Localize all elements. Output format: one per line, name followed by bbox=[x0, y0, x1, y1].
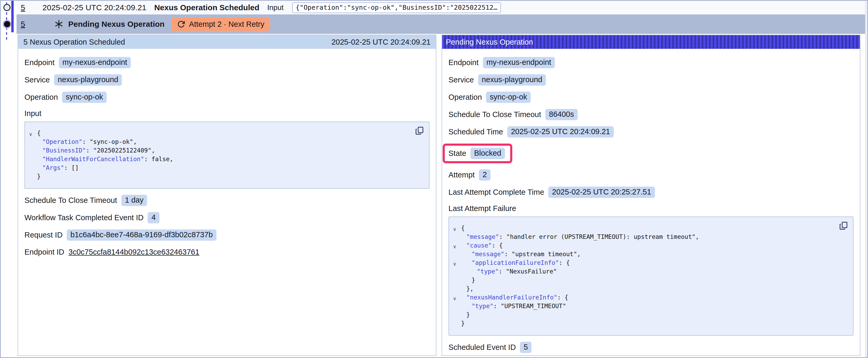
field-value: 2025-02-25 UTC 20:25:27.51 bbox=[548, 187, 655, 198]
field-value: nexus-playground bbox=[478, 74, 546, 86]
retry-badge-label: Attempt 2 · Next Retry bbox=[189, 20, 264, 29]
copy-icon[interactable] bbox=[415, 126, 425, 136]
json-line-text: "BusinessID": "20250225122409", bbox=[37, 146, 155, 155]
json-line-text: } bbox=[461, 276, 475, 285]
field-label: Last Attempt Complete Time bbox=[448, 188, 544, 197]
json-line-text: } bbox=[37, 172, 41, 181]
json-line: "type": "NexusFailure" bbox=[453, 267, 836, 276]
field-value: my-nexus-endpoint bbox=[483, 57, 555, 68]
event-marker-current-icon bbox=[4, 21, 10, 27]
pending-operation-row[interactable]: 5 Pending Nexus Operation Attempt 2 · Ne… bbox=[17, 14, 867, 34]
field-endpoint: Endpoint my-nexus-endpoint bbox=[25, 57, 430, 68]
input-preview-chip[interactable]: {"Operation":"sync-op-ok","BusinessID":"… bbox=[292, 2, 501, 13]
json-line: }, bbox=[453, 285, 836, 293]
collapse-chevron-icon[interactable]: ∨ bbox=[453, 294, 461, 303]
json-line: "HandlerWaitForCancellation": false, bbox=[29, 155, 412, 164]
json-line: ∨{ bbox=[29, 129, 412, 137]
field-state: State Blocked bbox=[448, 143, 854, 163]
field-workflow-task-completed-event-id: Workflow Task Completed Event ID 4 bbox=[25, 212, 430, 223]
failure-json-viewer: ∨{"message": "handler error (UPSTREAM_TI… bbox=[448, 217, 854, 336]
event-timeline bbox=[1, 1, 17, 45]
history-event-detail-view: 5 2025-02-25 UTC 20:24:09.21 Nexus Opera… bbox=[0, 0, 868, 358]
detail-panels: 5 Nexus Operation Scheduled 2025-02-25 U… bbox=[17, 34, 867, 358]
input-section-label: Input bbox=[25, 109, 430, 118]
json-line: "type": "UPSTREAM_TIMEOUT" bbox=[453, 302, 836, 311]
field-value: sync-op-ok bbox=[62, 92, 107, 103]
scheduled-event-panel: 5 Nexus Operation Scheduled 2025-02-25 U… bbox=[18, 35, 436, 356]
field-endpoint: Endpoint my-nexus-endpoint bbox=[448, 57, 854, 68]
field-value: 2 bbox=[479, 169, 491, 181]
pending-title: Pending Nexus Operation bbox=[68, 20, 165, 29]
field-value: sync-op-ok bbox=[486, 92, 531, 103]
field-last-attempt-complete-time: Last Attempt Complete Time 2025-02-25 UT… bbox=[448, 187, 854, 198]
collapse-chevron-icon[interactable]: ∨ bbox=[29, 130, 37, 138]
gutter-spacer bbox=[453, 312, 461, 320]
pending-operation-panel: Pending Nexus Operation Endpoint my-nexu… bbox=[442, 35, 860, 356]
json-line: ∨"nexusHandlerFailureInfo": { bbox=[453, 293, 836, 302]
field-schedule-to-close: Schedule To Close Timeout 86400s bbox=[448, 109, 854, 120]
field-label: Endpoint bbox=[25, 58, 55, 67]
field-endpoint-id: Endpoint ID 3c0c75ccfa8144b092c13ce63246… bbox=[25, 247, 430, 257]
retry-icon bbox=[177, 20, 185, 28]
pending-event-id-link[interactable]: 5 bbox=[21, 20, 25, 29]
json-line-text: "message": "handler error (UPSTREAM_TIME… bbox=[461, 232, 699, 241]
gutter-spacer bbox=[29, 147, 37, 156]
field-schedule-to-close: Schedule To Close Timeout 1 day bbox=[25, 195, 430, 206]
collapse-chevron-icon[interactable]: ∨ bbox=[453, 242, 461, 251]
field-label: Service bbox=[448, 75, 474, 84]
field-label: Endpoint bbox=[448, 58, 479, 67]
pending-asterisk-icon bbox=[54, 20, 64, 29]
collapse-chevron-icon[interactable]: ∨ bbox=[453, 260, 461, 268]
field-label: Schedule To Close Timeout bbox=[448, 110, 541, 119]
event-id-link[interactable]: 5 bbox=[21, 3, 25, 12]
field-label: Schedule To Close Timeout bbox=[25, 196, 117, 205]
json-line: ∨{ bbox=[453, 224, 836, 232]
field-label: Attempt bbox=[448, 171, 475, 179]
collapse-chevron-icon[interactable]: ∨ bbox=[453, 225, 461, 234]
json-line-text: }, bbox=[461, 285, 474, 293]
field-label: Service bbox=[25, 75, 50, 84]
json-line: } bbox=[453, 319, 836, 328]
gutter-spacer bbox=[453, 268, 461, 277]
json-line: } bbox=[29, 172, 412, 181]
input-label: Input bbox=[267, 3, 283, 12]
json-line-text: "message": "upstream timeout", bbox=[461, 250, 581, 259]
retry-badge: Attempt 2 · Next Retry bbox=[171, 18, 270, 31]
gutter-spacer bbox=[29, 165, 37, 173]
json-line: "BusinessID": "20250225122409", bbox=[29, 146, 412, 155]
field-label: Request ID bbox=[25, 231, 63, 239]
field-value: 5 bbox=[520, 342, 531, 353]
gutter-spacer bbox=[453, 286, 461, 294]
copy-icon[interactable] bbox=[839, 221, 849, 231]
json-line-text: "nexusHandlerFailureInfo": { bbox=[461, 293, 568, 302]
field-request-id: Request ID b1c6a4bc-8ee7-468a-9169-df3b0… bbox=[25, 229, 430, 241]
field-label: Scheduled Time bbox=[448, 128, 503, 136]
field-operation: Operation sync-op-ok bbox=[448, 92, 854, 103]
panel-title: 5 Nexus Operation Scheduled bbox=[23, 38, 125, 46]
event-row-scheduled[interactable]: 5 2025-02-25 UTC 20:24:09.21 Nexus Opera… bbox=[17, 1, 867, 14]
field-value: b1c6a4bc-8ee7-468a-9169-df3b02c8737b bbox=[67, 229, 216, 241]
json-line: "Args": [] bbox=[29, 164, 412, 172]
panel-title: Pending Nexus Operation bbox=[446, 38, 533, 46]
field-value: my-nexus-endpoint bbox=[59, 57, 131, 68]
endpoint-id-link[interactable]: 3c0c75ccfa8144b092c13ce632463761 bbox=[68, 248, 199, 256]
field-label: Operation bbox=[25, 93, 58, 102]
field-value: nexus-playground bbox=[54, 74, 122, 86]
input-json-viewer: ∨{"Operation": "sync-op-ok","BusinessID"… bbox=[25, 122, 430, 189]
json-line-text: "Args": [] bbox=[37, 164, 79, 172]
scrollbar[interactable] bbox=[865, 1, 867, 357]
json-line: } bbox=[453, 311, 836, 319]
json-line-text: "cause": { bbox=[461, 241, 502, 250]
active-event-group-indicator bbox=[11, 1, 14, 32]
state-highlight-box: State Blocked bbox=[443, 143, 512, 163]
json-line-text: "Operation": "sync-op-ok", bbox=[37, 137, 137, 146]
field-value: 4 bbox=[148, 212, 159, 223]
json-content: ∨{"Operation": "sync-op-ok","BusinessID"… bbox=[29, 129, 412, 181]
gutter-spacer bbox=[29, 138, 37, 147]
field-service: Service nexus-playground bbox=[25, 74, 430, 86]
json-line: "message": "upstream timeout", bbox=[453, 250, 836, 259]
pending-panel-body: Endpoint my-nexus-endpoint Service nexus… bbox=[442, 49, 860, 358]
field-scheduled-time: Scheduled Time 2025-02-25 UTC 20:24:09.2… bbox=[448, 126, 854, 137]
field-label: Workflow Task Completed Event ID bbox=[25, 214, 144, 222]
field-label: Scheduled Event ID bbox=[448, 343, 516, 352]
